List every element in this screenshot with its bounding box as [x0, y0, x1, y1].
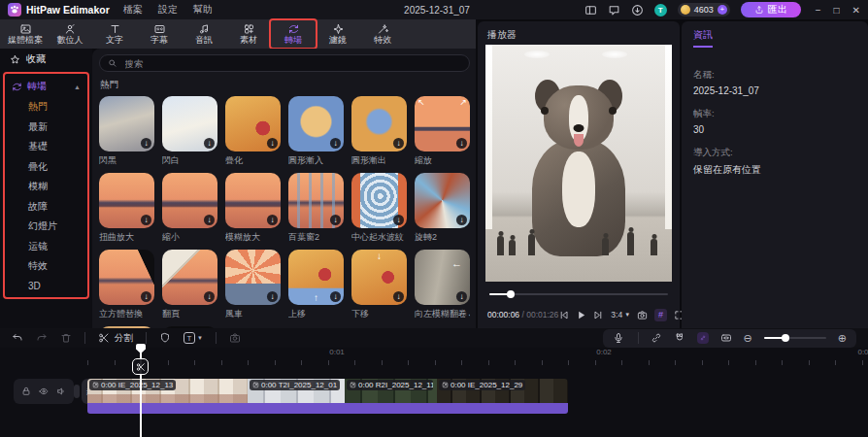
transition-thumbnail[interactable]: ↓ — [225, 173, 281, 228]
download-badge-icon[interactable]: ↓ — [330, 291, 341, 302]
sidebar-group-transition[interactable]: 轉場 ▲ — [5, 76, 87, 97]
zoom-out-icon[interactable]: ⊖ — [744, 332, 752, 345]
transition-item[interactable]: ↓圓形漸入 — [288, 96, 344, 167]
transition-item[interactable]: ↓模糊放大 — [225, 173, 281, 244]
transition-item[interactable]: ↓扭曲放大 — [99, 173, 154, 244]
sidebar-item-dissolve[interactable]: 疊化 — [5, 157, 87, 178]
sidebar-item-fx[interactable]: 特效 — [5, 256, 87, 277]
text-tool-button[interactable]: T▼ — [184, 332, 203, 344]
split-label[interactable]: 分割 — [115, 332, 133, 345]
sidebar-item-basic[interactable]: 基礎 — [5, 137, 87, 157]
feedback-icon[interactable] — [608, 4, 620, 17]
timeline-clip[interactable]: 0:00 IE_2025_12_13 — [87, 379, 248, 403]
audio-track[interactable] — [87, 403, 568, 414]
download-badge-icon[interactable]: ↓ — [456, 215, 467, 225]
eye-icon[interactable] — [39, 387, 49, 396]
transition-item[interactable]: ↓中心起水波紋 — [351, 173, 407, 244]
transition-thumbnail[interactable]: ↓ — [162, 173, 217, 228]
download-badge-icon[interactable]: ↓ — [267, 138, 278, 149]
layout-icon[interactable] — [584, 4, 597, 17]
download-badge-icon[interactable]: ↓ — [141, 215, 151, 225]
transition-item[interactable]: ↓縮小 — [162, 173, 217, 244]
sidebar-item-glitch[interactable]: 故障 — [5, 197, 87, 218]
download-badge-icon[interactable]: ↓ — [330, 215, 341, 225]
snapshot-tool-icon[interactable] — [229, 332, 241, 344]
prev-frame-icon[interactable] — [558, 310, 569, 320]
menu-item-1[interactable]: 設定 — [158, 3, 178, 17]
sidebar-item-camera[interactable]: 运镜 — [5, 237, 87, 257]
transition-thumbnail[interactable]: ↓ — [351, 173, 407, 228]
collapse-caret-icon[interactable]: ▲ — [74, 84, 81, 90]
undo-icon[interactable] — [12, 332, 23, 344]
download-badge-icon[interactable]: ↓ — [141, 291, 151, 302]
add-credits-button[interactable]: + — [718, 5, 727, 15]
transition-item[interactable]: ↓翻頁 — [162, 250, 217, 320]
redo-icon[interactable] — [36, 332, 48, 344]
download-badge-icon[interactable]: ↓ — [330, 138, 341, 149]
lock-icon[interactable] — [21, 387, 31, 396]
transition-thumbnail[interactable]: ↓ — [288, 250, 344, 305]
avatar[interactable]: T — [654, 4, 667, 17]
toolbar-item-audio[interactable]: 音訊 — [182, 20, 226, 48]
transition-thumbnail[interactable]: ↓ — [415, 250, 470, 305]
close-button[interactable]: ✕ — [852, 5, 860, 16]
transition-thumbnail[interactable]: ↓ — [415, 96, 470, 151]
transition-item[interactable]: ↓圓形漸出 — [351, 96, 407, 167]
transition-item[interactable]: ↓疊化 — [225, 96, 281, 167]
download-icon[interactable] — [631, 4, 644, 17]
toolbar-item-media[interactable]: 媒體檔案 — [3, 20, 48, 48]
download-badge-icon[interactable]: ↓ — [204, 215, 215, 225]
transition-thumbnail[interactable]: ↓ — [162, 96, 217, 151]
zoom-knob[interactable] — [782, 334, 789, 342]
transition-item[interactable]: ↓下移 — [351, 250, 407, 320]
sidebar-item-new[interactable]: 最新 — [5, 118, 87, 138]
sidebar-item-blur[interactable]: 模糊 — [5, 177, 87, 197]
playhead-split-button[interactable] — [132, 358, 149, 375]
transition-thumbnail[interactable]: ↓ — [351, 96, 407, 151]
zoom-in-icon[interactable]: ⊕ — [838, 332, 847, 345]
download-badge-icon[interactable]: ↓ — [393, 138, 404, 149]
mute-icon[interactable] — [56, 387, 66, 396]
transition-thumbnail[interactable]: ↓ — [162, 250, 217, 305]
play-icon[interactable] — [576, 310, 586, 320]
toolbar-item-assets[interactable]: 素材 — [226, 20, 271, 48]
credits-pill[interactable]: 4603 + — [678, 3, 730, 17]
minimize-button[interactable]: − — [816, 5, 821, 16]
link-icon[interactable] — [651, 332, 662, 344]
timeline-zoom-slider[interactable] — [764, 337, 826, 339]
search-bar[interactable] — [99, 54, 470, 72]
download-badge-icon[interactable]: ↓ — [456, 138, 467, 149]
transition-item[interactable]: ↓縮放 — [415, 96, 470, 167]
search-input[interactable] — [123, 57, 461, 70]
download-badge-icon[interactable]: ↓ — [393, 215, 404, 225]
video-preview[interactable] — [485, 45, 672, 282]
maximize-button[interactable]: □ — [834, 5, 840, 16]
toolbar-item-effects[interactable]: 特效 — [360, 20, 405, 48]
marker-icon[interactable] — [159, 332, 171, 344]
download-badge-icon[interactable]: ↓ — [267, 215, 278, 225]
transition-item[interactable]: ↓閃黑 — [99, 96, 154, 167]
transition-item[interactable]: ↓旋轉2 — [415, 173, 470, 244]
seek-bar[interactable] — [489, 293, 668, 295]
transition-thumbnail[interactable]: ↓ — [225, 250, 281, 305]
export-button[interactable]: 匯出 — [741, 2, 801, 17]
download-badge-icon[interactable]: ↓ — [393, 291, 404, 302]
transition-thumbnail[interactable]: ↓ — [99, 173, 154, 228]
download-badge-icon[interactable]: ↓ — [204, 138, 215, 149]
transition-item[interactable]: ↓風車 — [225, 250, 281, 320]
transition-item[interactable]: ↓上移 — [288, 250, 344, 320]
toolbar-item-avatar[interactable]: 數位人 — [48, 20, 92, 48]
magnet-icon[interactable] — [674, 332, 685, 344]
transition-item[interactable]: ↓閃白 — [162, 96, 217, 167]
grid-overlay-icon[interactable]: # — [654, 309, 667, 321]
toolbar-item-text[interactable]: 文字 — [92, 20, 137, 48]
sidebar-item-slideshow[interactable]: 幻燈片 — [5, 217, 87, 237]
transition-item[interactable]: ↓百葉窗2 — [288, 173, 344, 244]
timeline-clip[interactable]: 0:00 R2I_2025_12_11( — [345, 379, 437, 403]
transition-thumbnail[interactable]: ↓ — [288, 96, 344, 151]
sidebar-item-3d[interactable]: 3D — [5, 277, 87, 297]
tab-info[interactable]: 資訊 — [693, 28, 713, 48]
rail-handle[interactable] — [74, 385, 80, 398]
delete-icon[interactable] — [60, 332, 72, 344]
transition-thumbnail[interactable]: ↓ — [351, 250, 407, 305]
